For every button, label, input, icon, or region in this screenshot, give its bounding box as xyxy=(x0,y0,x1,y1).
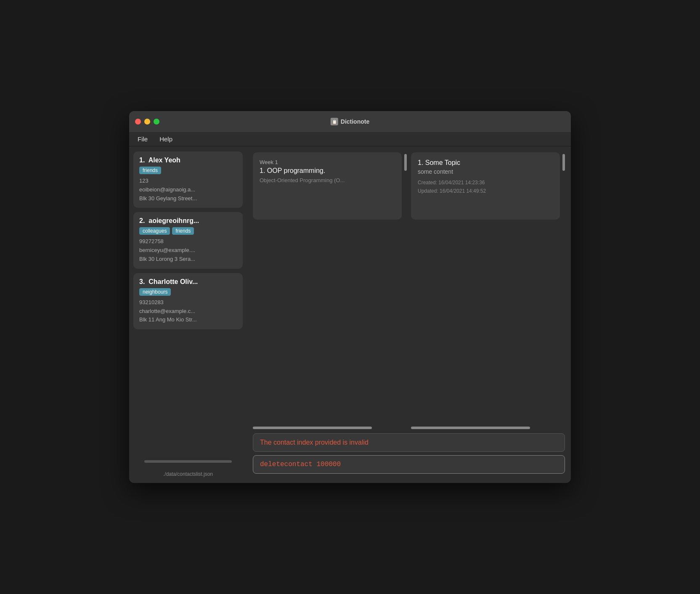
contact-tags-3: neighbours xyxy=(139,288,237,296)
close-button[interactable] xyxy=(135,119,141,125)
app-window: 📋 Dictionote File Help 1. Alex Yeoh frie… xyxy=(129,111,571,483)
file-menu[interactable]: File xyxy=(136,135,149,143)
command-input-box[interactable]: deletecontact 100000 xyxy=(253,455,565,474)
contact-name-2: 2. aoiegreoihnrg... xyxy=(139,217,237,225)
contact-tags-1: friends xyxy=(139,167,237,174)
contact-card-3[interactable]: 3. Charlotte Oliv... neighbours 93210283… xyxy=(133,273,243,329)
contact-name-3: 3. Charlotte Oliv... xyxy=(139,278,237,286)
note-week: Week 1 xyxy=(260,159,395,165)
maximize-button[interactable] xyxy=(154,119,159,125)
right-scrollbar[interactable] xyxy=(411,427,530,429)
contact-card-1[interactable]: 1. Alex Yeoh friends 123 eoibeion@aignao… xyxy=(133,151,243,208)
app-body: 1. Alex Yeoh friends 123 eoibeion@aignao… xyxy=(129,146,571,483)
sidebar: 1. Alex Yeoh friends 123 eoibeion@aignao… xyxy=(129,146,247,483)
contact-tags-2: colleagues friends xyxy=(139,227,237,235)
topic-updated: Updated: 16/04/2021 14:49:52 xyxy=(418,187,553,195)
left-column-wrapper: Week 1 1. OOP programming. Object-Orient… xyxy=(253,152,407,429)
tag-colleagues: colleagues xyxy=(139,227,170,235)
error-text: The contact index provided is invalid xyxy=(260,439,369,446)
topic-content: some content xyxy=(418,168,553,175)
bottom-area: The contact index provided is invalid de… xyxy=(253,433,565,477)
contact-info-3: 93210283 charlotte@example.c... Blk 11 A… xyxy=(139,298,237,324)
contact-card-2[interactable]: 2. aoiegreoihnrg... colleagues friends 9… xyxy=(133,212,243,268)
window-title: 📋 Dictionote xyxy=(331,118,369,125)
minimize-button[interactable] xyxy=(144,119,150,125)
topic-title: 1. Some Topic xyxy=(418,159,553,167)
scroll-thumb-right xyxy=(562,154,565,171)
note-title: 1. OOP programming. xyxy=(260,167,395,175)
right-vertical-scrollbar[interactable] xyxy=(562,152,565,429)
note-preview: Object-Oriented Programming (O... xyxy=(260,177,395,183)
note-card-1[interactable]: Week 1 1. OOP programming. Object-Orient… xyxy=(253,152,402,220)
topic-created: Created: 16/04/2021 14:23:36 xyxy=(418,178,553,187)
command-text: deletecontact 100000 xyxy=(260,461,341,468)
tag-friends: friends xyxy=(139,167,161,174)
menubar: File Help xyxy=(129,132,571,146)
sidebar-scrollbar[interactable] xyxy=(144,460,232,463)
right-column: 1. Some Topic some content Created: 16/0… xyxy=(411,152,560,429)
left-column: Week 1 1. OOP programming. Object-Orient… xyxy=(253,152,402,429)
window-controls xyxy=(135,119,159,125)
topic-card-1[interactable]: 1. Some Topic some content Created: 16/0… xyxy=(411,152,560,220)
tag-friends-2: friends xyxy=(172,227,194,235)
main-content: Week 1 1. OOP programming. Object-Orient… xyxy=(247,146,571,483)
sidebar-footer: ./data/contactslist.json xyxy=(133,469,243,478)
left-vertical-scrollbar[interactable] xyxy=(403,152,407,429)
contact-info-1: 123 eoibeion@aignaoig.a... Blk 30 Geylan… xyxy=(139,177,237,203)
contact-info-2: 99272758 berniceyu@example.... Blk 30 Lo… xyxy=(139,237,237,263)
scroll-thumb-left xyxy=(404,154,407,171)
tag-neighbours: neighbours xyxy=(139,288,171,296)
right-column-wrapper: 1. Some Topic some content Created: 16/0… xyxy=(411,152,565,429)
error-message-box: The contact index provided is invalid xyxy=(253,433,565,452)
titlebar: 📋 Dictionote xyxy=(129,111,571,132)
cards-area: Week 1 1. OOP programming. Object-Orient… xyxy=(253,152,565,429)
left-scrollbar[interactable] xyxy=(253,427,372,429)
contact-name-1: 1. Alex Yeoh xyxy=(139,156,237,164)
app-icon: 📋 xyxy=(331,118,338,125)
help-menu[interactable]: Help xyxy=(158,135,174,143)
